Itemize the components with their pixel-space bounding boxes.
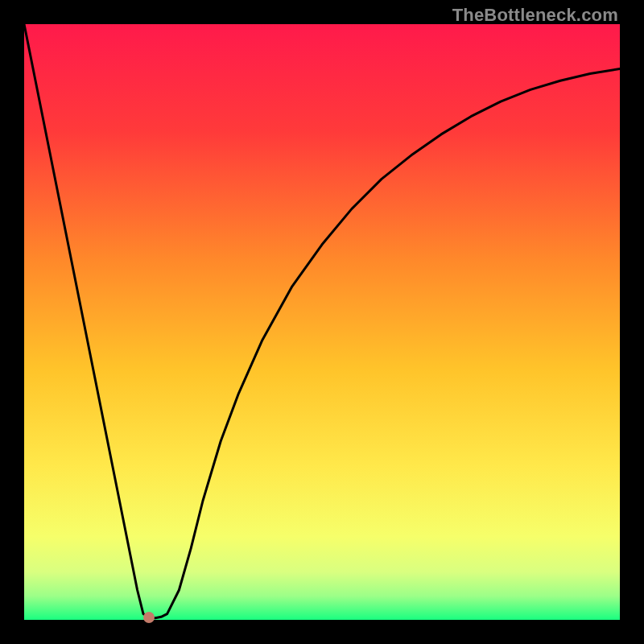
chart-frame <box>24 24 620 620</box>
gradient-background <box>24 24 620 620</box>
watermark-text: TheBottleneck.com <box>452 5 618 26</box>
curve-minimum-marker <box>143 612 155 623</box>
chart-plot <box>24 24 620 620</box>
